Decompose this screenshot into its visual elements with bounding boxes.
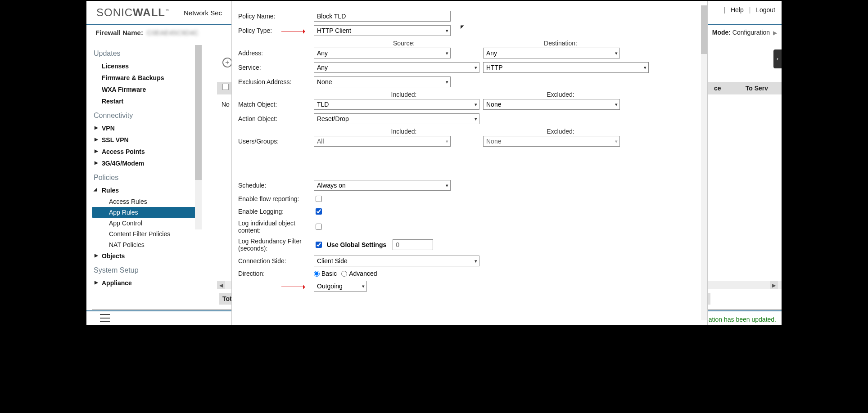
- action-object-select[interactable]: Reset/Drop▾: [314, 113, 479, 124]
- schedule-select[interactable]: Always on▾: [314, 180, 451, 191]
- nav-restart[interactable]: Restart: [92, 95, 200, 107]
- breadcrumb: Network Sec: [170, 9, 222, 17]
- direction-advanced-radio-wrap[interactable]: Advanced: [341, 270, 377, 277]
- address-source-select[interactable]: Any▾: [314, 48, 451, 58]
- chevron-down-icon: ▾: [446, 139, 448, 144]
- users-groups-excluded-value: None: [486, 138, 501, 145]
- users-groups-included-select[interactable]: All▾: [314, 136, 451, 147]
- chevron-down-icon: ▾: [475, 116, 477, 122]
- nav-licenses[interactable]: Licenses: [92, 60, 200, 72]
- log-redundancy-input[interactable]: [393, 239, 433, 250]
- direction-advanced-radio[interactable]: [341, 271, 347, 277]
- section-system-setup: System Setup: [92, 262, 200, 277]
- enable-flow-checkbox[interactable]: [316, 196, 322, 202]
- service-label: Service:: [232, 64, 308, 71]
- side-handle-icon[interactable]: ‹: [773, 49, 782, 68]
- match-object-excluded-value: None: [486, 101, 501, 108]
- log-individual-label: Log individual object content:: [232, 220, 308, 234]
- direction-advanced-label: Advanced: [349, 270, 377, 277]
- th-right: To Serv: [746, 85, 782, 92]
- status-message: ation has been updated.: [709, 316, 776, 323]
- schedule-label: Schedule:: [232, 182, 308, 189]
- chevron-down-icon: ▾: [446, 50, 448, 56]
- nav-access-rules[interactable]: Access Rules: [92, 196, 200, 207]
- chevron-down-icon: ▾: [615, 102, 618, 108]
- mode-value: Configuration: [732, 29, 770, 36]
- use-global-checkbox[interactable]: [316, 242, 322, 248]
- direction-label: Direction:: [232, 270, 308, 277]
- match-object-excluded-select[interactable]: None▾: [483, 99, 620, 110]
- section-connectivity: Connectivity: [92, 107, 200, 122]
- nav-3g-4g-modem[interactable]: 3G/4G/Modem: [92, 157, 200, 169]
- service-source-select[interactable]: Any▾: [314, 62, 479, 73]
- address-source-value: Any: [317, 49, 328, 57]
- scroll-left-icon[interactable]: ◀: [217, 281, 225, 289]
- service-dest-select[interactable]: HTTP▾: [483, 62, 649, 73]
- log-individual-checkbox[interactable]: [316, 224, 322, 230]
- nav-appliance[interactable]: Appliance: [92, 277, 200, 289]
- sidebar: Updates Licenses Firmware & Backups WXA …: [92, 45, 200, 311]
- arrow-icon: [281, 29, 308, 34]
- nav-app-control[interactable]: App Control: [92, 218, 200, 229]
- match-object-label: Match Object:: [232, 101, 308, 108]
- direction-value: Outgoing: [317, 283, 343, 290]
- connection-side-select[interactable]: Client Side▾: [314, 256, 479, 266]
- enable-flow-label: Enable flow reporting:: [232, 195, 308, 202]
- section-updates: Updates: [92, 45, 200, 60]
- included-header: Included:: [320, 91, 488, 98]
- nav-ssl-vpn[interactable]: SSL VPN: [92, 134, 200, 146]
- hamburger-icon[interactable]: [100, 314, 110, 322]
- no-label: No: [222, 101, 230, 108]
- service-source-value: Any: [317, 64, 328, 71]
- section-policies: Policies: [92, 169, 200, 184]
- help-link[interactable]: Help: [731, 6, 744, 13]
- mode-row[interactable]: Mode: Configuration ▶: [712, 29, 777, 36]
- top-right-links: | Help | Logout: [722, 6, 777, 13]
- enable-logging-label: Enable Logging:: [232, 208, 308, 215]
- logo-right: WALL: [133, 6, 165, 18]
- logo-left: SONIC: [96, 6, 133, 18]
- scroll-right-icon[interactable]: ▶: [770, 281, 778, 289]
- chevron-down-icon: ▾: [615, 139, 618, 144]
- logout-link[interactable]: Logout: [756, 6, 775, 13]
- connection-side-value: Client Side: [317, 257, 348, 265]
- enable-logging-checkbox[interactable]: [316, 208, 322, 215]
- arrow-icon: [281, 285, 308, 289]
- select-all-checkbox[interactable]: [222, 84, 229, 90]
- direction-basic-radio[interactable]: [314, 271, 320, 277]
- policy-type-select[interactable]: HTTP Client ▾: [314, 25, 451, 36]
- schedule-value: Always on: [317, 182, 346, 189]
- address-dest-select[interactable]: Any▾: [483, 48, 620, 58]
- chevron-down-icon: ▾: [475, 102, 477, 108]
- firewall-value: C0EAE45C9D4C: [147, 29, 199, 36]
- connection-side-label: Connection Side:: [232, 257, 308, 265]
- policy-type-value: HTTP Client: [317, 27, 351, 34]
- policy-name-input[interactable]: [314, 11, 451, 22]
- add-button[interactable]: +: [222, 58, 232, 67]
- nav-access-points[interactable]: Access Points: [92, 146, 200, 157]
- nav-objects[interactable]: Objects: [92, 250, 200, 262]
- policy-modal: Policy Name: Policy Type: HTTP Client ▾ …: [231, 1, 708, 325]
- action-object-value: Reset/Drop: [317, 115, 349, 122]
- nav-wxa-firmware[interactable]: WXA Firmware: [92, 84, 200, 95]
- direction-basic-radio-wrap[interactable]: Basic: [314, 270, 337, 277]
- nav-nat-policies[interactable]: NAT Policies: [92, 239, 200, 250]
- users-groups-excluded-select[interactable]: None▾: [483, 136, 620, 147]
- address-label: Address:: [232, 49, 308, 57]
- chevron-down-icon: ▾: [446, 28, 448, 34]
- match-object-included-select[interactable]: TLD▾: [314, 99, 479, 110]
- nav-content-filter-policies[interactable]: Content Filter Policies: [92, 229, 200, 239]
- nav-app-rules[interactable]: App Rules: [92, 207, 200, 218]
- chevron-down-icon: ▾: [475, 258, 477, 264]
- source-header: Source:: [320, 40, 488, 47]
- direction-select[interactable]: Outgoing▾: [314, 281, 367, 292]
- exclusion-address-select[interactable]: None▾: [314, 76, 451, 87]
- chevron-right-icon: ▶: [773, 30, 777, 36]
- excluded-header: Excluded:: [492, 91, 629, 98]
- nav-firmware-backups[interactable]: Firmware & Backups: [92, 72, 200, 84]
- nav-vpn[interactable]: VPN: [92, 122, 200, 134]
- match-object-included-value: TLD: [317, 101, 329, 108]
- log-redundancy-label: Log Redundancy Filter (seconds):: [232, 238, 308, 252]
- nav-rules[interactable]: Rules: [92, 184, 200, 196]
- destination-header: Destination:: [492, 40, 629, 47]
